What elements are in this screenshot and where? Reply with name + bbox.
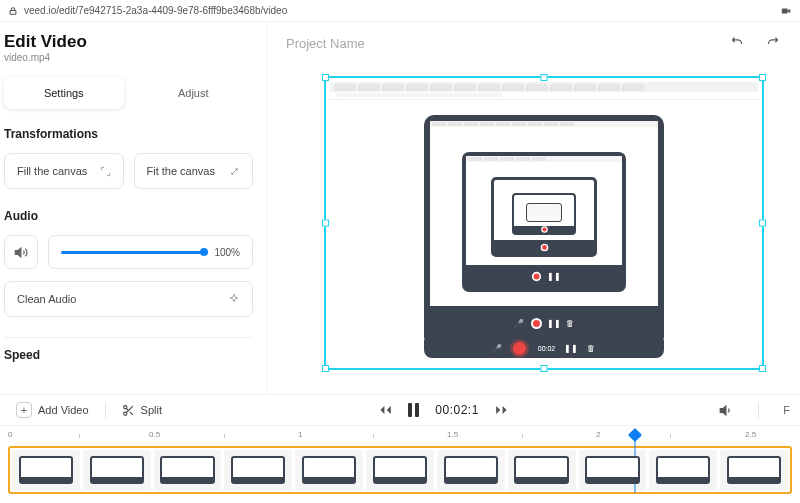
rec-time: 00:02 bbox=[538, 345, 556, 352]
section-transformations-title: Transformations bbox=[4, 127, 253, 141]
volume-slider-container: 100% bbox=[48, 235, 253, 269]
video-canvas[interactable]: ❚❚ 🎤❚❚🗑 🎤 00:02 ❚❚ 🗑 bbox=[324, 76, 764, 370]
svg-rect-0 bbox=[10, 10, 16, 14]
undo-button[interactable] bbox=[728, 37, 746, 51]
plus-icon: + bbox=[16, 402, 32, 418]
project-name[interactable]: Project Name bbox=[286, 36, 365, 51]
resize-handle[interactable] bbox=[759, 219, 766, 226]
timeline-ruler[interactable]: 0 0.5 1 1.5 2 2.5 bbox=[8, 430, 792, 444]
ruler-tick: 0.5 bbox=[149, 430, 160, 439]
svg-rect-1 bbox=[782, 8, 788, 13]
sidebar: Edit Video video.mp4 Settings Adjust Tra… bbox=[0, 22, 268, 394]
resize-handle[interactable] bbox=[322, 74, 329, 81]
fit-label[interactable]: F bbox=[783, 404, 790, 416]
svg-point-3 bbox=[123, 412, 126, 415]
add-video-label: Add Video bbox=[38, 404, 89, 416]
resize-handle[interactable] bbox=[541, 74, 548, 81]
recorder-controls: 🎤 00:02 ❚❚ 🗑 bbox=[424, 340, 664, 358]
browser-url-bar: veed.io/edit/7e942715-2a3a-4409-9e78-6ff… bbox=[0, 0, 800, 22]
ruler-tick: 1.5 bbox=[447, 430, 458, 439]
svg-point-2 bbox=[123, 405, 126, 408]
resize-handle[interactable] bbox=[541, 365, 548, 372]
resize-handle[interactable] bbox=[322, 365, 329, 372]
clip-thumb bbox=[437, 450, 505, 490]
sparkle-icon bbox=[228, 293, 240, 305]
trash-icon: 🗑 bbox=[587, 345, 595, 353]
clip-thumb bbox=[508, 450, 576, 490]
playback-time: 00:02:1 bbox=[435, 403, 479, 417]
resize-handle[interactable] bbox=[759, 365, 766, 372]
resize-handle[interactable] bbox=[322, 219, 329, 226]
split-label: Split bbox=[141, 404, 162, 416]
tab-settings[interactable]: Settings bbox=[4, 77, 124, 109]
resize-handle[interactable] bbox=[759, 74, 766, 81]
redo-button[interactable] bbox=[764, 37, 782, 51]
timeline-clip[interactable] bbox=[8, 446, 792, 494]
ruler-tick: 0 bbox=[8, 430, 12, 439]
play-pause-button[interactable] bbox=[408, 403, 419, 417]
volume-button[interactable] bbox=[4, 235, 38, 269]
volume-value: 100% bbox=[214, 247, 240, 258]
record-icon bbox=[513, 342, 526, 355]
timeline: 0 0.5 1 1.5 2 2.5 bbox=[0, 426, 800, 503]
fit-icon bbox=[229, 166, 240, 177]
clip-thumb bbox=[12, 450, 80, 490]
video-frame: ❚❚ 🎤❚❚🗑 🎤 00:02 ❚❚ 🗑 bbox=[330, 82, 758, 364]
browser-url: veed.io/edit/7e942715-2a3a-4409-9e78-6ff… bbox=[24, 5, 287, 16]
page-title: Edit Video bbox=[4, 32, 253, 52]
clean-audio-button[interactable]: Clean Audio bbox=[4, 281, 253, 317]
lock-icon bbox=[8, 6, 18, 16]
preview-panel: Project Name bbox=[268, 22, 800, 394]
clip-thumb bbox=[295, 450, 363, 490]
clip-thumb bbox=[154, 450, 222, 490]
fit-canvas-button[interactable]: Fit the canvas bbox=[134, 153, 254, 189]
split-button[interactable]: Split bbox=[116, 400, 168, 421]
clip-thumb bbox=[366, 450, 434, 490]
section-audio-title: Audio bbox=[4, 209, 253, 223]
clip-thumb bbox=[649, 450, 717, 490]
camera-icon bbox=[780, 6, 792, 16]
tab-adjust[interactable]: Adjust bbox=[134, 77, 254, 109]
volume-slider[interactable] bbox=[61, 251, 204, 254]
timeline-toolbar: + Add Video Split 00:02:1 F bbox=[0, 394, 800, 426]
ruler-tick: 2.5 bbox=[745, 430, 756, 439]
fill-canvas-button[interactable]: Fill the canvas bbox=[4, 153, 124, 189]
mic-icon: 🎤 bbox=[493, 345, 501, 353]
section-speed-title: Speed bbox=[4, 348, 253, 362]
clip-thumb bbox=[224, 450, 292, 490]
pause-icon: ❚❚ bbox=[567, 345, 575, 353]
divider bbox=[4, 337, 253, 338]
preview-header: Project Name bbox=[268, 22, 800, 61]
clip-thumb bbox=[720, 450, 788, 490]
skip-forward-button[interactable] bbox=[495, 403, 509, 417]
sidebar-tabs: Settings Adjust bbox=[4, 77, 253, 109]
ruler-tick: 1 bbox=[298, 430, 302, 439]
volume-icon[interactable] bbox=[719, 403, 734, 418]
filename-label: video.mp4 bbox=[4, 52, 253, 63]
fit-canvas-label: Fit the canvas bbox=[147, 165, 215, 177]
add-video-button[interactable]: + Add Video bbox=[10, 398, 95, 422]
clip-thumb bbox=[579, 450, 647, 490]
ruler-tick: 2 bbox=[596, 430, 600, 439]
skip-back-button[interactable] bbox=[378, 403, 392, 417]
expand-icon bbox=[100, 166, 111, 177]
clean-audio-label: Clean Audio bbox=[17, 293, 76, 305]
scissors-icon bbox=[122, 404, 135, 417]
clip-thumb bbox=[83, 450, 151, 490]
fill-canvas-label: Fill the canvas bbox=[17, 165, 87, 177]
